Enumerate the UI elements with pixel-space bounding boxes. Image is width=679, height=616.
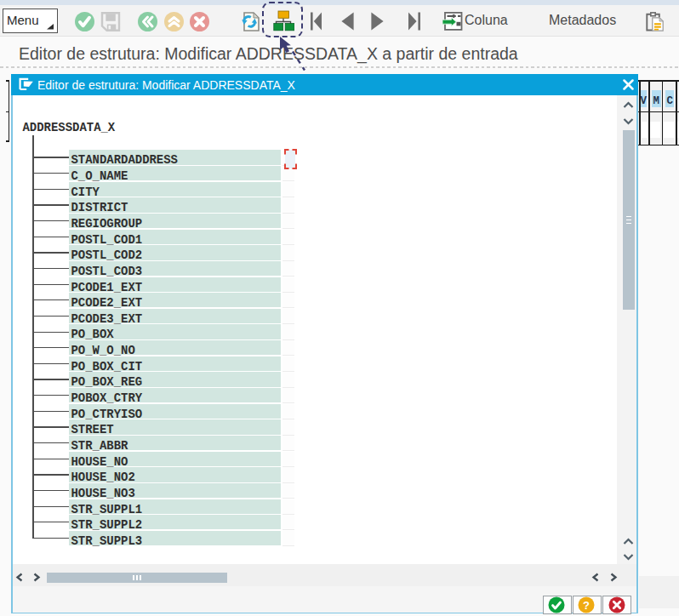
svg-text:?: ? bbox=[583, 598, 590, 611]
